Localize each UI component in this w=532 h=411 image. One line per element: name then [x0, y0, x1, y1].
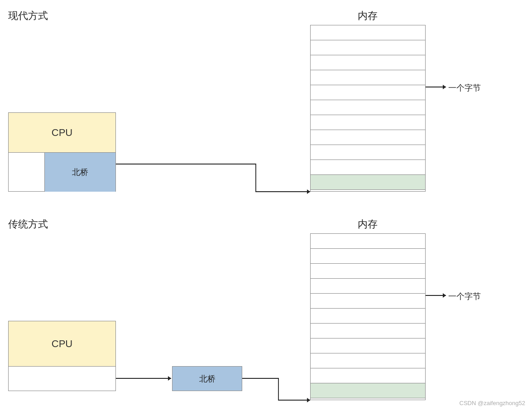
trad-memory-row-10 [311, 368, 425, 383]
svg-marker-2 [443, 85, 446, 89]
traditional-cpu-label: CPU [52, 338, 72, 350]
trad-memory-row-9 [311, 353, 425, 368]
trad-memory-row-1 [311, 234, 425, 249]
modern-memory-title: 内存 [358, 9, 378, 23]
trad-memory-row-7 [311, 324, 425, 338]
trad-memory-row-8 [311, 338, 425, 353]
traditional-arrow-label: 一个字节 [448, 291, 481, 302]
traditional-memory-title: 内存 [358, 218, 378, 231]
modern-memory-row-7 [311, 115, 425, 130]
modern-cpu-bottom-left [9, 153, 45, 192]
trad-memory-row-5 [311, 294, 425, 309]
modern-memory-row-1 [311, 25, 425, 40]
traditional-title: 传统方式 [8, 218, 48, 231]
modern-memory-row-4 [311, 70, 425, 85]
modern-title: 现代方式 [8, 9, 48, 23]
trad-memory-row-highlighted [311, 383, 425, 398]
modern-memory-row-10 [311, 160, 425, 175]
svg-marker-0 [307, 189, 310, 194]
modern-memory-row-3 [311, 55, 425, 70]
trad-memory-row-6 [311, 309, 425, 324]
modern-memory-row-6 [311, 100, 425, 115]
svg-marker-7 [443, 293, 446, 298]
watermark: CSDN @zaifengzhong52 [460, 400, 525, 406]
modern-memory-row-8 [311, 130, 425, 145]
modern-memory-box [310, 25, 426, 192]
modern-memory-row-2 [311, 40, 425, 55]
traditional-cpu-bottom [9, 367, 115, 391]
svg-marker-4 [168, 376, 171, 381]
modern-cpu-label: CPU [52, 127, 72, 139]
traditional-cpu-box: CPU [8, 321, 116, 391]
modern-beibiao-label: 北桥 [72, 167, 88, 178]
trad-memory-row-2 [311, 249, 425, 264]
traditional-memory-box [310, 233, 426, 400]
modern-beibiao-box: 北桥 [45, 153, 115, 192]
modern-cpu-box: CPU 北桥 [8, 112, 116, 192]
trad-memory-row-4 [311, 279, 425, 294]
modern-memory-row-highlighted [311, 175, 425, 190]
modern-memory-row-9 [311, 145, 425, 160]
modern-arrow-label: 一个字节 [448, 82, 481, 93]
svg-marker-5 [307, 398, 310, 402]
modern-cpu-top: CPU [9, 113, 115, 153]
trad-memory-row-3 [311, 264, 425, 279]
modern-memory-row-5 [311, 85, 425, 100]
traditional-beibiao-box: 北桥 [172, 366, 242, 391]
traditional-cpu-top: CPU [9, 321, 115, 367]
traditional-beibiao-label: 北桥 [199, 373, 216, 384]
